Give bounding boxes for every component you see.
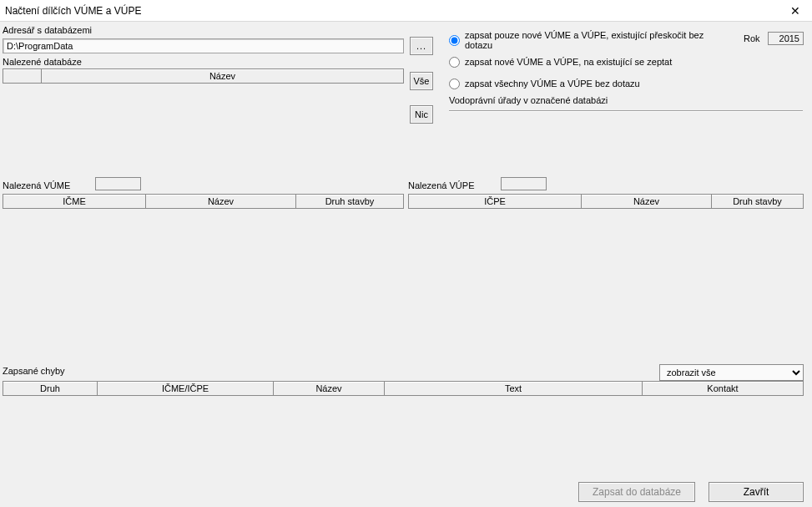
write-mode-radio-0[interactable] [449,35,460,46]
write-mode-label-2[interactable]: zapsat všechny VÚME a VÚPE bez dotazu [465,79,640,89]
write-mode-radio-group: zapsat pouze nové VÚME a VÚPE, existujíc… [449,33,733,99]
errors-table-header: Druh IČME/IČPE Název Text Kontakt [3,381,804,396]
vodo-label: Vodoprávní úřady v označené databázi [449,95,608,105]
close-button[interactable]: Zavřít [709,482,804,502]
write-to-db-button[interactable]: Zapsat do databáze [578,482,695,502]
close-icon[interactable]: ✕ [779,0,812,22]
errors-col-text[interactable]: Text [384,381,642,396]
titlebar: Načtení dílčích VÚME a VÚPE ✕ [0,0,812,22]
found-db-col-blank[interactable] [3,68,41,84]
vume-col-icme[interactable]: IČME [3,194,145,209]
write-mode-radio-2[interactable] [449,79,460,89]
vupe-table-header: IČPE Název Druh stavby [408,194,804,209]
found-tables-panel: Nalezená VÚME Nalezená VÚPE IČME Název D… [0,180,812,366]
errors-col-druh[interactable]: Druh [3,381,97,396]
write-mode-label-1[interactable]: zapsat nové VÚME a VÚPE, na existující s… [465,57,672,67]
vume-col-druh[interactable]: Druh stavby [295,194,404,209]
window-title: Načtení dílčích VÚME a VÚPE [5,5,141,17]
vume-col-nazev[interactable]: Název [145,194,295,209]
footer: Zapsat do databáze Zavřít [578,482,804,502]
errors-label: Zapsané chyby [3,366,65,376]
rok-label: Rok [744,33,760,43]
vupe-col-druh[interactable]: Druh stavby [711,194,804,209]
vupe-label: Nalezená VÚPE [408,180,475,190]
found-db-header: Název [3,68,404,84]
browse-button[interactable]: ... [410,37,433,55]
found-db-label: Nalezené databáze [3,57,82,67]
vupe-col-icpe[interactable]: IČPE [408,194,581,209]
errors-panel: Zapsané chyby zobrazit vše Druh IČME/IČP… [0,366,812,473]
errors-filter-select[interactable]: zobrazit vše [659,364,804,381]
found-db-col-nazev[interactable]: Název [41,68,404,84]
upper-panel: Adresář s databázemi ... Nalezené databá… [0,22,812,180]
rok-value: 2015 [768,32,804,45]
vume-label: Nalezená VÚME [3,180,70,190]
errors-col-nazev[interactable]: Název [273,381,384,396]
select-all-button[interactable]: Vše [410,72,433,90]
errors-col-icmeicpe[interactable]: IČME/IČPE [97,381,273,396]
vupe-col-nazev[interactable]: Název [581,194,711,209]
vume-count [95,177,141,190]
errors-col-kontakt[interactable]: Kontakt [642,381,804,396]
dir-input[interactable] [3,38,404,53]
dir-label: Adresář s databázemi [3,25,92,35]
vodo-separator [449,110,803,112]
select-none-button[interactable]: Nic [410,105,433,124]
write-mode-radio-1[interactable] [449,57,460,68]
vupe-count [501,177,547,190]
write-mode-label-0[interactable]: zapsat pouze nové VÚME a VÚPE, existujíc… [465,30,733,50]
vume-table-header: IČME Název Druh stavby [3,194,404,209]
